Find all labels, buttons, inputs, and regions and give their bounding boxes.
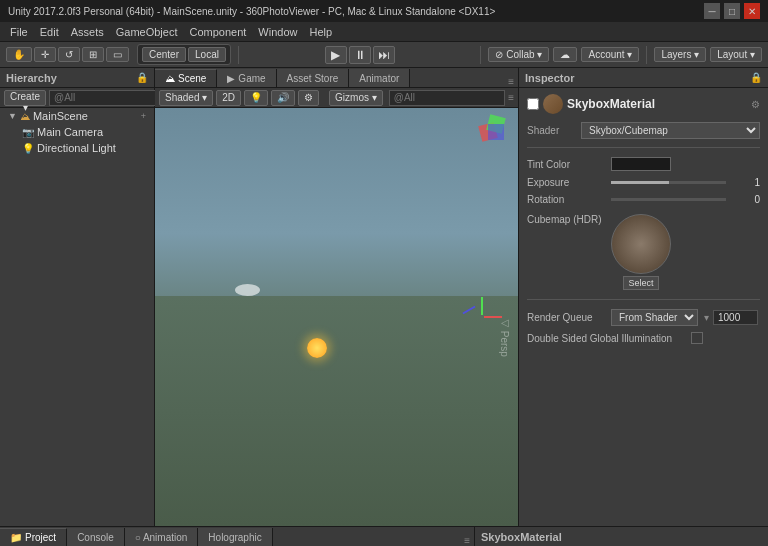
- project-tab-icon: 📁: [10, 532, 22, 543]
- scene-tabs-bar: ⛰ Scene ▶ Game Asset Store Animator ≡: [155, 68, 518, 88]
- cubemap-preview-image: [611, 214, 671, 274]
- close-button[interactable]: ✕: [744, 3, 760, 19]
- hierarchy-panel: Hierarchy 🔒 Create ▾ ▼ ⛰ MainScene + 📷 M…: [0, 68, 155, 526]
- hand-tool-btn[interactable]: ✋: [6, 47, 32, 62]
- project-panel: 📁 Project Console ○ Animation Holographi…: [0, 527, 475, 546]
- preview-title: SkyboxMaterial: [481, 531, 562, 543]
- material-options-icon[interactable]: ⚙: [751, 99, 760, 110]
- rect-tool-btn[interactable]: ▭: [106, 47, 129, 62]
- material-name-row: SkyboxMaterial ⚙: [523, 92, 764, 116]
- mainscene-label: MainScene: [33, 110, 88, 122]
- menu-window[interactable]: Window: [252, 24, 303, 40]
- render-queue-select[interactable]: From Shader: [611, 309, 698, 326]
- tab-expand-icon[interactable]: ≡: [508, 76, 514, 87]
- menu-help[interactable]: Help: [303, 24, 338, 40]
- exposure-slider-track[interactable]: [611, 181, 726, 184]
- layout-button[interactable]: Layout ▾: [710, 47, 762, 62]
- effects-btn[interactable]: ⚙: [298, 90, 319, 106]
- rotation-slider-track[interactable]: [611, 198, 726, 201]
- minimize-button[interactable]: ─: [704, 3, 720, 19]
- local-btn[interactable]: Local: [188, 47, 226, 62]
- tab-scene[interactable]: ⛰ Scene: [155, 69, 217, 87]
- hierarchy-item-maincamera[interactable]: 📷 Main Camera: [0, 124, 154, 140]
- tint-color-row: Tint Color: [523, 154, 764, 174]
- scene-tab-label: Scene: [178, 73, 206, 84]
- bottom-area: 📁 Project Console ○ Animation Holographi…: [0, 526, 768, 546]
- scene-resize-icon[interactable]: ≡: [508, 92, 514, 103]
- hierarchy-item-directionallight[interactable]: 💡 Directional Light: [0, 140, 154, 156]
- hierarchy-lock-icon[interactable]: 🔒: [136, 72, 148, 83]
- move-tool-btn[interactable]: ✛: [34, 47, 56, 62]
- orientation-gizmo[interactable]: [480, 116, 510, 146]
- step-button[interactable]: ⏭: [373, 46, 395, 64]
- animator-tab-label: Animator: [359, 73, 399, 84]
- double-sided-row: Double Sided Global Illumination: [523, 329, 764, 347]
- shaded-btn[interactable]: Shaded ▾: [159, 90, 213, 106]
- menu-assets[interactable]: Assets: [65, 24, 110, 40]
- exposure-slider-container: 1: [611, 177, 760, 188]
- sound-btn[interactable]: 🔊: [271, 90, 295, 106]
- rotation-value: 0: [730, 194, 760, 205]
- hierarchy-header: Hierarchy 🔒: [0, 68, 154, 88]
- scene-tab-icon: ⛰: [165, 73, 175, 84]
- scene-search-input[interactable]: [389, 90, 505, 106]
- tint-color-swatch[interactable]: [611, 157, 671, 171]
- pause-button[interactable]: ⏸: [349, 46, 371, 64]
- collab-label: Collab ▾: [506, 49, 542, 60]
- transform-gizmo: [462, 297, 502, 337]
- material-name-label: SkyboxMaterial: [567, 97, 655, 111]
- gizmo-z-axis: [462, 306, 475, 315]
- directionallight-label: Directional Light: [37, 142, 116, 154]
- window-controls: ─ □ ✕: [704, 3, 760, 19]
- shader-select[interactable]: Skybox/Cubemap: [581, 122, 760, 139]
- tab-project[interactable]: 📁 Project: [0, 528, 67, 546]
- account-button[interactable]: Account ▾: [581, 47, 639, 62]
- assetstore-tab-label: Asset Store: [287, 73, 339, 84]
- project-tab-expand[interactable]: ≡: [464, 535, 470, 546]
- layers-button[interactable]: Layers ▾: [654, 47, 706, 62]
- camera-icon: 📷: [22, 127, 34, 138]
- lights-btn[interactable]: 💡: [244, 90, 268, 106]
- tab-game[interactable]: ▶ Game: [217, 69, 276, 87]
- perspective-label: ◁ Persp: [499, 317, 510, 357]
- inspector-title: Inspector: [525, 72, 575, 84]
- inspector-lock-icon[interactable]: 🔒: [750, 72, 762, 83]
- render-queue-input[interactable]: 1000: [713, 310, 758, 325]
- render-queue-row: Render Queue From Shader ▾ 1000: [523, 306, 764, 329]
- tab-assetstore[interactable]: Asset Store: [277, 69, 350, 87]
- rotation-row: Rotation 0: [523, 191, 764, 208]
- play-button[interactable]: ▶: [325, 46, 347, 64]
- rotate-tool-btn[interactable]: ↺: [58, 47, 80, 62]
- scale-tool-btn[interactable]: ⊞: [82, 47, 104, 62]
- cubemap-select-btn[interactable]: Select: [623, 276, 658, 290]
- tab-animator[interactable]: Animator: [349, 69, 410, 87]
- divider-2: [527, 299, 760, 300]
- material-active-checkbox[interactable]: [527, 98, 539, 110]
- menu-file[interactable]: File: [4, 24, 34, 40]
- hierarchy-item-mainscene[interactable]: ▼ ⛰ MainScene +: [0, 108, 154, 124]
- exposure-row: Exposure 1: [523, 174, 764, 191]
- scene-view-canvas[interactable]: ◁ Persp: [155, 108, 518, 526]
- menu-component[interactable]: Component: [183, 24, 252, 40]
- holographic-tab-label: Holographic: [208, 532, 261, 543]
- transform-mode-group: Center Local: [137, 44, 231, 65]
- double-sided-checkbox[interactable]: [691, 332, 703, 344]
- tab-holographic[interactable]: Holographic: [198, 528, 272, 546]
- exposure-value: 1: [730, 177, 760, 188]
- hierarchy-create-btn[interactable]: Create ▾: [4, 90, 46, 106]
- menu-gameobject[interactable]: GameObject: [110, 24, 184, 40]
- collab-button[interactable]: ⊘ Collab ▾: [488, 47, 549, 62]
- 2d-btn[interactable]: 2D: [216, 90, 241, 106]
- preview-panel: SkyboxMaterial ● AssetBundle None | None: [475, 527, 768, 546]
- render-queue-arrow: ▾: [704, 312, 709, 323]
- tab-console[interactable]: Console: [67, 528, 125, 546]
- center-btn[interactable]: Center: [142, 47, 186, 62]
- menu-edit[interactable]: Edit: [34, 24, 65, 40]
- playmode-controls: ▶ ⏸ ⏭: [246, 46, 473, 64]
- double-sided-label: Double Sided Global Illumination: [527, 333, 687, 344]
- gizmos-btn[interactable]: Gizmos ▾: [329, 90, 383, 106]
- tab-animation[interactable]: ○ Animation: [125, 528, 199, 546]
- cloud-button[interactable]: ☁: [553, 47, 577, 62]
- scene-toolbar: Shaded ▾ 2D 💡 🔊 ⚙ Gizmos ▾ ≡: [155, 88, 518, 108]
- maximize-button[interactable]: □: [724, 3, 740, 19]
